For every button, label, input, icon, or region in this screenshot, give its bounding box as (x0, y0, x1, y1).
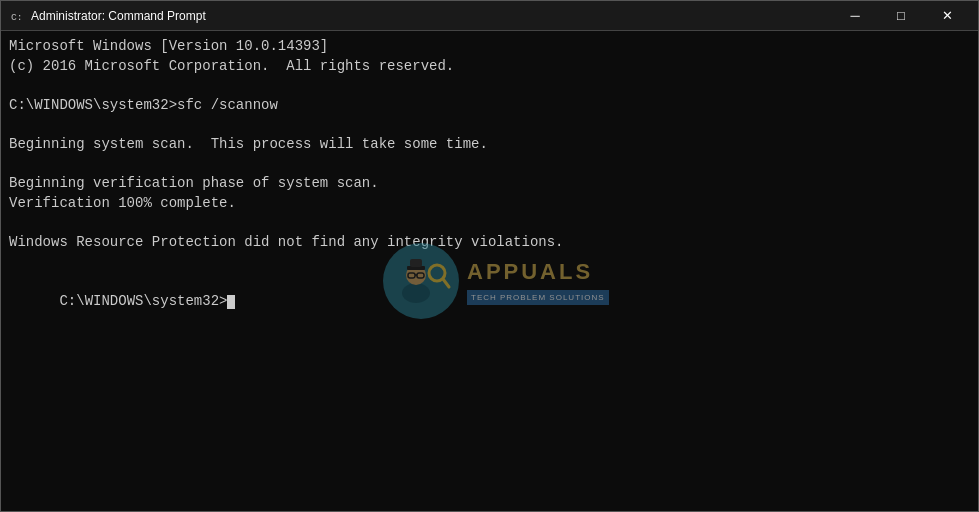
terminal-line: Verification 100% complete. (9, 194, 970, 214)
minimize-button[interactable]: ─ (832, 1, 878, 31)
watermark-logo: APPUALS TECH PROBLEM SOLUTIONS (381, 241, 609, 321)
cmd-icon: C: (9, 8, 25, 24)
title-bar-text: Administrator: Command Prompt (31, 9, 832, 23)
watermark: APPUALS TECH PROBLEM SOLUTIONS (381, 241, 609, 321)
title-bar: C: Administrator: Command Prompt ─ □ ✕ (1, 1, 978, 31)
cursor (227, 295, 235, 309)
terminal-body[interactable]: Microsoft Windows [Version 10.0.14393] (… (1, 31, 978, 511)
terminal-line: Microsoft Windows [Version 10.0.14393] (9, 37, 970, 57)
terminal-line: C:\WINDOWS\system32>sfc /scannow (9, 96, 970, 116)
terminal-line (9, 213, 970, 233)
terminal-line: Beginning system scan. This process will… (9, 135, 970, 155)
watermark-text-block: APPUALS TECH PROBLEM SOLUTIONS (467, 257, 609, 305)
maximize-button[interactable]: □ (878, 1, 924, 31)
close-button[interactable]: ✕ (924, 1, 970, 31)
terminal-line (9, 155, 970, 175)
terminal-line: (c) 2016 Microsoft Corporation. All righ… (9, 57, 970, 77)
title-bar-controls: ─ □ ✕ (832, 1, 970, 31)
svg-rect-11 (410, 259, 422, 267)
cmd-window: C: Administrator: Command Prompt ─ □ ✕ M… (0, 0, 979, 512)
watermark-tagline: TECH PROBLEM SOLUTIONS (467, 290, 609, 305)
svg-point-3 (402, 283, 430, 303)
svg-text:C:: C: (11, 12, 23, 23)
watermark-brand-name: APPUALS (467, 257, 593, 288)
terminal-line (9, 115, 970, 135)
terminal-line: Beginning verification phase of system s… (9, 174, 970, 194)
terminal-line (9, 76, 970, 96)
